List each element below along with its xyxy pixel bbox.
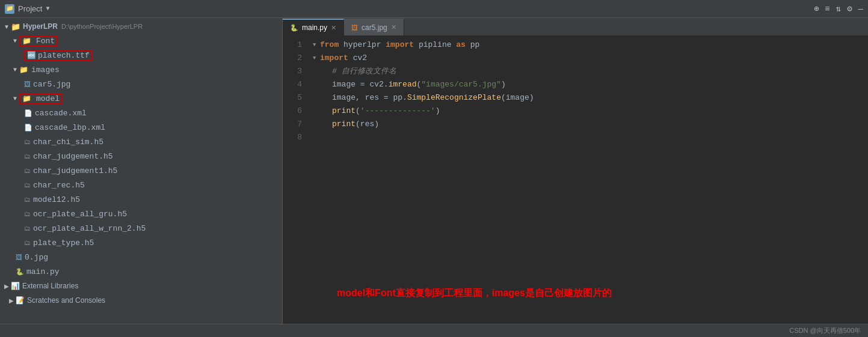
model-folder-item[interactable]: ▼ 📁 model: [0, 91, 282, 106]
car5-icon: 🖼: [24, 80, 31, 88]
char-judgement-icon: 🗂: [24, 153, 31, 160]
car5-tab-label: car5.jpg: [362, 23, 387, 32]
platech-redbox: 🔤 platech.ttf: [24, 50, 93, 61]
editor-container: 🐍 main.py ✕ 🖼 car5.jpg ✕ 1 2 3 4 5 6 7 8: [283, 18, 868, 324]
code-line-3: # 自行修改文件名: [312, 65, 868, 78]
font-folder-redbox: 📁 Font: [19, 35, 58, 47]
plate-type-label: plate_type.h5: [33, 238, 94, 247]
char-chi-item[interactable]: 🗂 char_chi_sim.h5: [0, 135, 282, 149]
code-line-8: [312, 131, 868, 144]
ocr-gru-icon: 🗂: [24, 210, 31, 218]
images-arrow: ▼: [11, 67, 19, 73]
char-judgement-item[interactable]: 🗂 char_judgement.h5: [0, 149, 282, 163]
main-area: ▼ 📁 HyperLPR D:\pythonProject\HyperLPR ▼…: [0, 18, 868, 324]
editor-body: 1 2 3 4 5 6 7 8 ▼ from hyperlpr import p…: [283, 36, 868, 324]
ttf-icon: 🔤: [27, 51, 36, 60]
char-judgement1-icon: 🗂: [24, 167, 31, 175]
car5-tab-icon: 🖼: [351, 24, 358, 31]
scratches-item[interactable]: ▶ 📝 Scratches and Consoles: [0, 293, 282, 308]
char-judgement1-item[interactable]: 🗂 char_judgement1.h5: [0, 163, 282, 178]
cascade-label: cascade.xml: [35, 109, 87, 118]
model-label: model: [36, 94, 60, 103]
platech-ttf-item[interactable]: 🔤 platech.ttf: [0, 48, 282, 62]
main-py-icon: 🐍: [16, 268, 24, 276]
watermark: CSDN @向天再借500年: [789, 326, 861, 335]
cascade-xml-item[interactable]: 📄 cascade.xml: [0, 106, 282, 120]
ocr-rnn-label: ocr_plate_all_w_rnn_2.h5: [33, 224, 146, 233]
project-title[interactable]: Project: [18, 4, 42, 13]
code-line-2: ▼ import cv2: [312, 52, 868, 65]
char-judgement-label: char_judgement.h5: [33, 152, 113, 161]
scratches-label: Scratches and Consoles: [27, 296, 105, 305]
list-icon[interactable]: ≡: [825, 5, 830, 13]
code-line-7: print(res): [312, 118, 868, 131]
model12-item[interactable]: 🗂 model12.h5: [0, 192, 282, 207]
model-folder-redbox: 📁 model: [19, 93, 63, 105]
fold-2[interactable]: ▼: [313, 52, 320, 65]
project-dropdown-arrow[interactable]: ▼: [46, 5, 49, 12]
editor-tabs: 🐍 main.py ✕ 🖼 car5.jpg ✕: [283, 18, 868, 36]
model12-label: model12.h5: [33, 195, 80, 204]
code-line-6: print('--------------'): [312, 105, 868, 118]
ocr-rnn-item[interactable]: 🗂 ocr_plate_all_w_rnn_2.h5: [0, 221, 282, 235]
title-bar: 📁 Project ▼ ⊕ ≡ ⇅ ⚙ —: [0, 0, 868, 18]
model-folder-icon: 📁: [22, 94, 32, 103]
cascade-lbp-item[interactable]: 📄 cascade_lbp.xml: [0, 120, 282, 135]
sort-icon[interactable]: ⇅: [836, 5, 841, 13]
line-numbers: 1 2 3 4 5 6 7 8: [283, 36, 307, 324]
bottom-bar: CSDN @向天再借500年: [0, 324, 868, 337]
plate-type-item[interactable]: 🗂 plate_type.h5: [0, 235, 282, 250]
title-icons: ⊕ ≡ ⇅ ⚙ —: [814, 5, 863, 13]
main-py-tab-icon: 🐍: [290, 24, 298, 32]
car5-jpg-item[interactable]: 🖼 car5.jpg: [0, 77, 282, 91]
images-folder-item[interactable]: ▼ 📁 images: [0, 62, 282, 77]
char-chi-icon: 🗂: [24, 138, 31, 146]
root-folder-icon: 📁: [11, 22, 20, 31]
project-icon: 📁: [5, 4, 14, 14]
char-chi-label: char_chi_sim.h5: [33, 138, 103, 147]
car5-jpg-tab[interactable]: 🖼 car5.jpg ✕: [344, 19, 404, 35]
add-icon[interactable]: ⊕: [814, 5, 819, 13]
char-rec-label: char_rec.h5: [33, 181, 85, 190]
char-rec-item[interactable]: 🗂 char_rec.h5: [0, 178, 282, 192]
sidebar: ▼ 📁 HyperLPR D:\pythonProject\HyperLPR ▼…: [0, 18, 283, 324]
code-line-5: image, res = pp.SimpleRecognizePlate(ima…: [312, 91, 868, 105]
ocr-gru-label: ocr_plate_all_gru.h5: [33, 210, 127, 219]
model-arrow: ▼: [11, 96, 19, 102]
zero-jpg-item[interactable]: 🖼 0.jpg: [0, 250, 282, 264]
font-label: Font: [36, 37, 55, 46]
main-py-label: main.py: [26, 267, 60, 276]
images-label: images: [31, 65, 60, 74]
font-folder-icon: 📁: [22, 37, 32, 45]
char-rec-icon: 🗂: [24, 181, 31, 189]
ext-lib-arrow: ▶: [2, 283, 11, 290]
images-folder-icon: 📁: [19, 65, 29, 74]
zero-jpg-icon: 🖼: [16, 254, 22, 261]
plate-type-icon: 🗂: [24, 239, 31, 247]
code-line-1: ▼ from hyperlpr import pipline as pp: [312, 38, 868, 52]
annotation-text: model和Font直接复制到工程里面，images是自己创建放图片的: [337, 287, 868, 300]
code-area[interactable]: ▼ from hyperlpr import pipline as pp ▼ i…: [307, 36, 868, 324]
root-folder-item[interactable]: ▼ 📁 HyperLPR D:\pythonProject\HyperLPR: [0, 19, 282, 34]
root-path: D:\pythonProject\HyperLPR: [61, 23, 143, 30]
scratches-arrow: ▶: [7, 297, 16, 304]
main-py-tab-close[interactable]: ✕: [331, 24, 336, 32]
fold-1[interactable]: ▼: [313, 38, 320, 52]
settings-icon[interactable]: ⚙: [847, 5, 852, 13]
cascade-lbp-label: cascade_lbp.xml: [35, 123, 105, 132]
title-bar-left: 📁 Project ▼: [5, 4, 814, 14]
main-py-item[interactable]: 🐍 main.py: [0, 264, 282, 279]
platech-label: platech.ttf: [38, 51, 90, 60]
minimize-icon[interactable]: —: [858, 5, 863, 13]
car5-label: car5.jpg: [33, 80, 70, 89]
ocr-gru-item[interactable]: 🗂 ocr_plate_all_gru.h5: [0, 207, 282, 221]
font-folder-item[interactable]: ▼ 📁 Font: [0, 34, 282, 48]
char-judgement1-label: char_judgement1.h5: [33, 166, 117, 175]
main-py-tab-label: main.py: [302, 23, 327, 32]
car5-tab-close[interactable]: ✕: [391, 23, 396, 31]
scratches-icon: 📝: [16, 296, 25, 305]
zero-jpg-label: 0.jpg: [25, 253, 48, 262]
main-py-tab[interactable]: 🐍 main.py ✕: [283, 19, 344, 35]
external-libraries-item[interactable]: ▶ 📊 External Libraries: [0, 279, 282, 293]
ocr-rnn-icon: 🗂: [24, 225, 31, 232]
